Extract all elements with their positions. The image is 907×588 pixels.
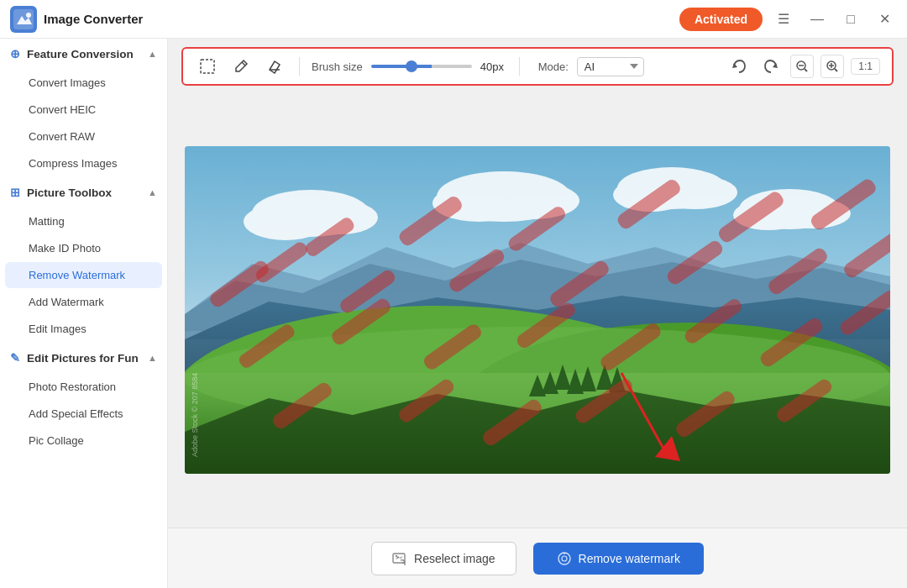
toolbar-divider-2	[519, 57, 520, 76]
eraser-tool-button[interactable]	[262, 54, 287, 79]
app-logo-icon	[10, 6, 37, 33]
mode-select[interactable]: AI Manual	[577, 57, 644, 76]
sidebar-item-add-special-effects[interactable]: Add Special Effects	[5, 401, 162, 427]
zoom-in-button[interactable]	[820, 55, 844, 78]
selection-icon	[200, 59, 215, 74]
brush-tool-button[interactable]	[228, 54, 254, 79]
zoom-in-icon	[826, 60, 839, 73]
toolbar-right: 1:1	[726, 54, 880, 79]
picture-toolbox-chevron: ▲	[148, 187, 157, 197]
sidebar-item-make-id-photo[interactable]: Make ID Photo	[5, 235, 162, 261]
edit-pictures-fun-icon: ✎	[10, 351, 20, 365]
sidebar-item-add-watermark[interactable]: Add Watermark	[5, 289, 162, 315]
sidebar-item-remove-watermark[interactable]: Remove Watermark	[5, 262, 162, 288]
sidebar-item-convert-heic[interactable]: Convert HEIC	[5, 97, 162, 123]
redo-button[interactable]	[758, 54, 784, 79]
zoom-ratio: 1:1	[851, 58, 880, 75]
bottom-bar: Reselect image Remove watermark	[168, 528, 907, 588]
feature-conversion-icon: ⊕	[10, 47, 20, 60]
brush-size-slider[interactable]	[371, 65, 472, 68]
selection-tool-button[interactable]	[195, 54, 220, 79]
sidebar: ⊕ Feature Conversion ▲ Convert Images Co…	[0, 39, 168, 588]
menu-button[interactable]: ☰	[771, 7, 796, 32]
mode-label: Mode:	[538, 60, 569, 73]
sidebar-item-matting[interactable]: Matting	[5, 208, 162, 234]
sidebar-item-convert-images[interactable]: Convert Images	[5, 70, 162, 96]
minimize-button[interactable]: —	[805, 7, 830, 32]
reselect-label: Reselect image	[414, 552, 495, 565]
svg-point-38	[462, 171, 546, 205]
toolbar-divider-1	[299, 57, 300, 76]
image-area: Adobe Stock © 207 8584	[168, 92, 907, 528]
picture-toolbox-label: Picture Toolbox	[27, 186, 112, 199]
sidebar-section-header-feature-conversion[interactable]: ⊕ Feature Conversion ▲	[0, 39, 167, 69]
sidebar-section-header-edit-pictures-fun[interactable]: ✎ Edit Pictures for Fun ▲	[0, 343, 167, 373]
svg-rect-76	[393, 554, 405, 563]
app-title: Image Converter	[44, 12, 143, 26]
brush-icon	[233, 59, 249, 74]
activated-button[interactable]: Activated	[679, 8, 763, 31]
maximize-button[interactable]: □	[838, 7, 863, 32]
sidebar-section-picture-toolbox: ⊞ Picture Toolbox ▲ Matting Make ID Phot…	[0, 177, 167, 342]
undo-icon	[731, 58, 747, 75]
sidebar-item-pic-collage[interactable]: Pic Collage	[5, 428, 162, 454]
picture-toolbox-icon: ⊞	[10, 186, 20, 199]
sidebar-section-edit-pictures-fun: ✎ Edit Pictures for Fun ▲ Photo Restorat…	[0, 343, 167, 454]
feature-conversion-chevron: ▲	[148, 49, 157, 59]
brush-size-label: Brush size	[312, 60, 363, 73]
svg-point-34	[286, 192, 353, 222]
redo-icon	[763, 58, 779, 75]
sidebar-item-compress-images[interactable]: Compress Images	[5, 150, 162, 176]
eraser-icon	[267, 59, 282, 74]
main-layout: ⊕ Feature Conversion ▲ Convert Images Co…	[0, 39, 907, 588]
svg-point-79	[558, 553, 570, 564]
svg-point-3	[26, 13, 31, 18]
close-button[interactable]: ✕	[872, 7, 897, 32]
edit-pictures-fun-chevron: ▲	[148, 353, 157, 363]
landscape-image: Adobe Stock © 207 8584	[185, 146, 890, 474]
svg-rect-4	[201, 60, 214, 73]
svg-line-10	[805, 69, 807, 71]
sidebar-item-edit-images[interactable]: Edit Images	[5, 316, 162, 342]
sidebar-section-header-picture-toolbox[interactable]: ⊞ Picture Toolbox ▲	[0, 177, 167, 207]
reselect-icon	[392, 551, 407, 566]
sidebar-item-photo-restoration[interactable]: Photo Restoration	[5, 374, 162, 400]
zoom-out-button[interactable]	[790, 55, 814, 78]
editing-toolbar: Brush size 40px Mode: AI Manual	[181, 47, 894, 86]
svg-line-14	[835, 69, 837, 71]
image-svg: Adobe Stock © 207 8584	[185, 146, 890, 474]
remove-watermark-icon	[557, 551, 572, 566]
reselect-image-button[interactable]: Reselect image	[371, 542, 516, 575]
edit-pictures-fun-label: Edit Pictures for Fun	[27, 352, 139, 365]
sidebar-section-feature-conversion: ⊕ Feature Conversion ▲ Convert Images Co…	[0, 39, 167, 176]
brush-size-value: 40px	[480, 60, 507, 73]
remove-watermark-button[interactable]: Remove watermark	[533, 543, 704, 575]
svg-point-78	[396, 554, 397, 556]
title-bar-actions: Activated ☰ — □ ✕	[679, 7, 897, 32]
undo-button[interactable]	[726, 54, 752, 79]
app-logo: Image Converter	[10, 6, 679, 33]
feature-conversion-label: Feature Conversion	[27, 48, 134, 60]
title-bar: Image Converter Activated ☰ — □ ✕	[0, 0, 907, 39]
content-area: Brush size 40px Mode: AI Manual	[168, 39, 907, 588]
remove-watermark-label: Remove watermark	[579, 552, 680, 565]
sidebar-item-convert-raw[interactable]: Convert RAW	[5, 123, 162, 150]
svg-text:Adobe Stock © 207 8584: Adobe Stock © 207 8584	[191, 373, 199, 457]
image-canvas: Adobe Stock © 207 8584	[185, 146, 890, 474]
zoom-out-icon	[795, 60, 809, 73]
